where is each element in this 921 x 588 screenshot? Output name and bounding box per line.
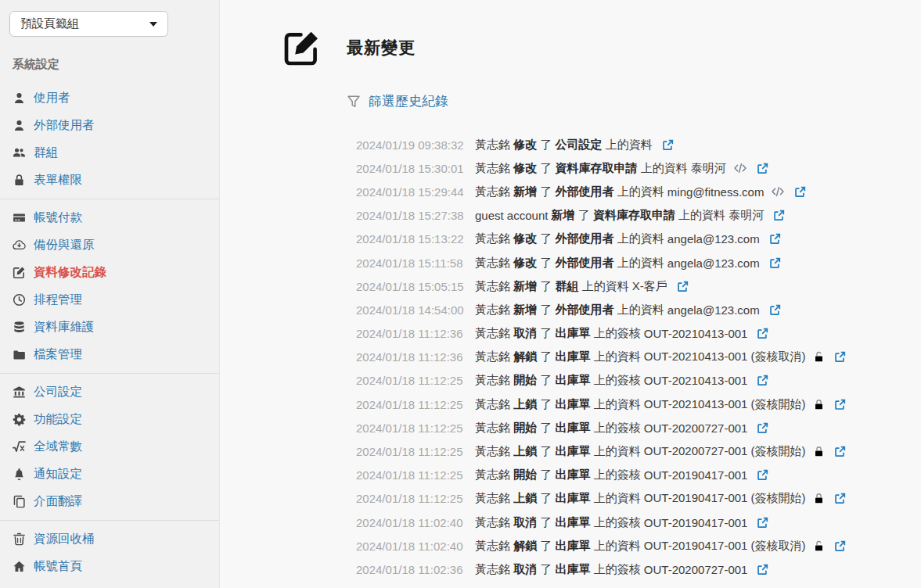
- external-link-icon[interactable]: [769, 304, 781, 316]
- log-action: 修改: [513, 256, 537, 271]
- sidebar-item-database-maintenance[interactable]: 資料庫維護: [0, 314, 219, 341]
- log-form: 出庫單: [556, 515, 591, 530]
- sidebar-item-account-home[interactable]: 帳號首頁: [0, 553, 219, 580]
- log-particle: 了: [540, 256, 552, 271]
- sidebar-item-schedule-management[interactable]: 排程管理: [0, 286, 219, 314]
- external-link-icon[interactable]: [834, 493, 846, 504]
- log-action: 取消: [513, 326, 537, 341]
- sidebar-item-feature-settings[interactable]: 功能設定: [0, 406, 219, 433]
- log-form: 出庫單: [556, 539, 591, 554]
- log-form: 公司設定: [556, 138, 603, 152]
- external-link-icon[interactable]: [757, 163, 768, 174]
- log-user: 黃志銘: [475, 279, 510, 294]
- cloud-download-icon: [13, 238, 26, 252]
- sidebar-item-label: 全域常數: [34, 439, 82, 455]
- sidebar-item-form-permissions[interactable]: 表單權限: [0, 167, 219, 194]
- log-relation: 上的簽核: [594, 515, 641, 530]
- log-relation: 上的簽核: [594, 421, 641, 436]
- log-particle: 了: [540, 326, 552, 341]
- log-action: 新增: [513, 303, 537, 317]
- log-row: 2024/01/18 11:12:25黃志銘 開始 了 出庫單 上的簽核 OUT…: [356, 464, 921, 487]
- external-link-icon[interactable]: [757, 328, 768, 339]
- log-message: guest account 新增 了 資料庫存取申請 上的資料 泰明河: [475, 208, 785, 223]
- external-link-icon[interactable]: [677, 281, 689, 292]
- external-link-icon[interactable]: [834, 351, 846, 363]
- sidebar-item-label: 資料庫維護: [34, 319, 95, 335]
- log-record: 泰明河: [729, 208, 764, 223]
- external-link-icon[interactable]: [757, 517, 768, 529]
- log-form: 資料庫存取申請: [556, 161, 638, 176]
- sidebar-item-global-constants[interactable]: 全域常數: [0, 433, 219, 461]
- external-link-icon[interactable]: [757, 564, 768, 575]
- external-link-icon[interactable]: [834, 540, 846, 552]
- sidebar-item-account-payment[interactable]: 帳號付款: [0, 204, 219, 231]
- code-icon[interactable]: [733, 161, 747, 175]
- sidebar-item-external-users[interactable]: 外部使用者: [0, 112, 219, 139]
- sidebar-item-recycle-bin[interactable]: 資源回收桶: [0, 525, 219, 553]
- sidebar-item-label: 檔案管理: [34, 346, 82, 363]
- log-particle: 了: [540, 539, 552, 554]
- bank-icon: [13, 385, 26, 399]
- log-user: 黃志銘: [475, 562, 510, 577]
- log-message: 黃志銘 修改 了 外部使用者 上的資料 angela@123.com: [475, 231, 781, 246]
- external-link-icon[interactable]: [794, 186, 806, 198]
- external-link-icon[interactable]: [662, 139, 674, 151]
- log-record: OUT-20210413-001 (簽核取消): [644, 350, 806, 364]
- filter-history-link[interactable]: 篩選歷史紀錄: [347, 92, 448, 110]
- log-record: angela@123.com: [667, 303, 760, 317]
- sidebar-item-interface-translation[interactable]: 介面翻譯: [0, 488, 219, 515]
- sidebar-item-file-management[interactable]: 檔案管理: [0, 341, 219, 368]
- log-form: 出庫單: [556, 491, 591, 506]
- log-action: 解鎖: [513, 539, 537, 554]
- external-link-icon[interactable]: [834, 446, 846, 457]
- log-message: 黃志銘 取消 了 出庫單 上的簽核 OUT-20210413-001: [475, 326, 768, 341]
- log-action: 取消: [513, 562, 537, 577]
- log-message: 黃志銘 解鎖 了 出庫單 上的資料 OUT-20190417-001 (簽核取消…: [475, 539, 846, 554]
- sidebar-item-backup-restore[interactable]: 備份與還原: [0, 231, 219, 259]
- edit-icon: [13, 266, 26, 279]
- sidebar: 預設頁籤組 系統設定 使用者外部使用者群組表單權限帳號付款備份與還原資料修改記錄…: [0, 0, 220, 588]
- log-particle: 了: [540, 279, 552, 294]
- log-action: 開始: [513, 373, 537, 388]
- log-timestamp: 2024/01/18 11:12:25: [356, 468, 475, 482]
- sidebar-item-label: 帳號付款: [34, 210, 82, 226]
- log-relation: 上的資料: [594, 350, 641, 364]
- sidebar-item-company-settings[interactable]: 公司設定: [0, 378, 219, 406]
- log-relation: 上的資料: [641, 161, 688, 176]
- log-user: 黃志銘: [475, 303, 510, 317]
- external-link-icon[interactable]: [757, 375, 768, 386]
- log-timestamp: 2024/01/18 11:02:40: [356, 540, 475, 553]
- sidebar-item-data-change-log[interactable]: 資料修改記錄: [0, 259, 219, 286]
- log-timestamp: 2024/01/18 15:27:38: [356, 209, 475, 222]
- log-message: 黃志銘 修改 了 公司設定 上的資料: [475, 138, 674, 152]
- tab-group-select[interactable]: 預設頁籤組: [9, 11, 168, 37]
- sidebar-item-notification-settings[interactable]: 通知設定: [0, 461, 219, 488]
- unlock-icon: [813, 351, 825, 363]
- sidebar-item-users[interactable]: 使用者: [0, 84, 219, 112]
- log-message: 黃志銘 開始 了 出庫單 上的簽核 OUT-20190417-001: [475, 468, 768, 482]
- log-relation: 上的簽核: [594, 468, 641, 482]
- code-icon[interactable]: [771, 185, 785, 199]
- log-timestamp: 2024/01/18 15:05:15: [356, 280, 475, 293]
- external-link-icon[interactable]: [757, 422, 768, 434]
- external-link-icon[interactable]: [773, 210, 785, 221]
- log-action: 上鎖: [513, 491, 537, 506]
- trash-icon: [13, 532, 26, 546]
- sqrt-icon: [13, 440, 26, 454]
- log-relation: 上的簽核: [594, 373, 641, 388]
- log-relation: 上的資料: [594, 397, 641, 412]
- log-record: OUT-20210413-001: [644, 327, 748, 340]
- filter-history-label: 篩選歷史紀錄: [369, 92, 448, 110]
- log-record: X-客戶: [632, 279, 667, 294]
- log-timestamp: 2024/01/18 11:02:40: [356, 516, 475, 529]
- log-row: 2024/01/18 15:30:01黃志銘 修改 了 資料庫存取申請 上的資料…: [356, 156, 921, 180]
- log-timestamp: 2024/01/18 14:54:00: [356, 303, 475, 317]
- sidebar-item-groups[interactable]: 群組: [0, 139, 219, 167]
- external-link-icon[interactable]: [769, 233, 781, 245]
- log-message: 黃志銘 開始 了 出庫單 上的簽核 OUT-20200727-001: [475, 421, 768, 436]
- external-link-icon[interactable]: [834, 399, 846, 411]
- sidebar-item-label: 資源回收桶: [34, 531, 95, 547]
- external-link-icon[interactable]: [757, 469, 768, 481]
- log-form: 出庫單: [556, 373, 591, 388]
- external-link-icon[interactable]: [769, 257, 781, 269]
